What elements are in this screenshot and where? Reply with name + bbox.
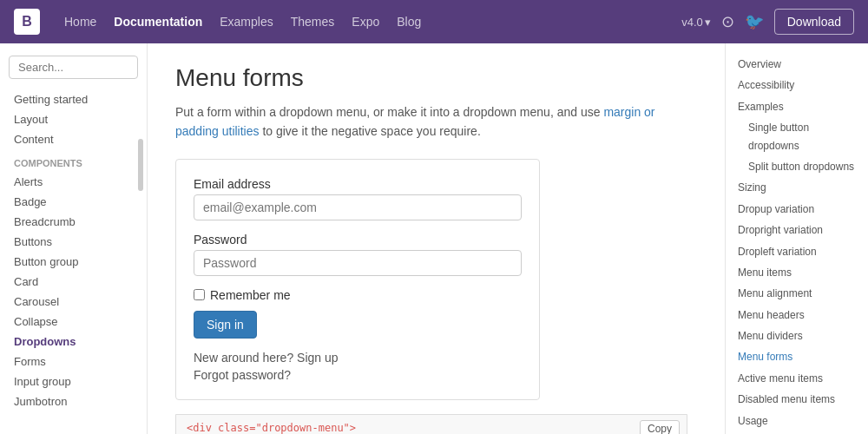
email-form-group: Email address [194, 177, 522, 220]
sidebar-item-badge[interactable]: Badge [0, 192, 147, 212]
right-sidebar-accessibility[interactable]: Accessibility [738, 75, 856, 95]
components-section-title: Components [0, 155, 147, 172]
email-input[interactable] [194, 194, 522, 220]
sidebar-item-getting-started[interactable]: Getting started [0, 89, 147, 109]
remember-me-checkbox[interactable] [194, 289, 205, 300]
form-links: New around here? Sign up Forgot password… [194, 351, 522, 382]
download-button[interactable]: Download [774, 9, 854, 35]
sign-in-button[interactable]: Sign in [194, 311, 257, 339]
main-layout: Getting started Layout Content Component… [0, 43, 868, 434]
scroll-indicator [138, 139, 143, 191]
sidebar-item-input-group[interactable]: Input group [0, 372, 147, 391]
sidebar-item-buttons[interactable]: Buttons [0, 232, 147, 252]
nav-blog[interactable]: Blog [397, 11, 421, 32]
version-dropdown[interactable]: v4.0 ▾ [681, 16, 711, 29]
right-sidebar-menu-forms[interactable]: Menu forms [738, 346, 856, 367]
right-sidebar-menu-items[interactable]: Menu items [738, 262, 856, 283]
sidebar-item-card[interactable]: Card [0, 272, 147, 292]
right-sidebar-dropup[interactable]: Dropup variation [738, 199, 856, 220]
sidebar-item-content[interactable]: Content [0, 129, 147, 149]
sidebar-item-button-group[interactable]: Button group [0, 252, 147, 272]
sidebar-item-alerts[interactable]: Alerts [0, 172, 147, 192]
right-sidebar-dropleft[interactable]: Dropleft variation [738, 241, 856, 262]
search-input[interactable] [9, 56, 138, 79]
left-sidebar: Getting started Layout Content Component… [0, 43, 148, 434]
sidebar-item-forms[interactable]: Forms [0, 352, 147, 372]
right-sidebar-disabled-items[interactable]: Disabled menu items [738, 389, 856, 410]
demo-box: Email address Password Remember me Sign … [175, 159, 540, 400]
right-sidebar-menu-headers[interactable]: Menu headers [738, 305, 856, 326]
nav-expo[interactable]: Expo [352, 11, 379, 32]
sign-up-link[interactable]: New around here? Sign up [194, 351, 522, 365]
nav-themes[interactable]: Themes [291, 11, 335, 32]
github-icon[interactable]: ⊙ [721, 12, 734, 31]
content-area: Menu forms Put a form within a dropdown … [148, 43, 725, 434]
email-label: Email address [194, 177, 522, 191]
right-sidebar-split-btn[interactable]: Split button dropdowns [738, 156, 856, 177]
right-sidebar-dropright[interactable]: Dropright variation [738, 220, 856, 240]
forgot-password-link[interactable]: Forgot password? [194, 368, 522, 382]
right-sidebar-overview[interactable]: Overview [738, 54, 856, 75]
code-preview: <div class="dropdown-menu"> Copy [175, 414, 687, 434]
sidebar-item-layout[interactable]: Layout [0, 109, 147, 129]
sidebar-item-breadcrumb[interactable]: Breadcrumb [0, 212, 147, 232]
sidebar-item-carousel[interactable]: Carousel [0, 292, 147, 312]
sidebar-item-collapse[interactable]: Collapse [0, 312, 147, 332]
right-sidebar-menu-dividers[interactable]: Menu dividers [738, 326, 856, 346]
right-sidebar-single-btn[interactable]: Single button dropdowns [738, 117, 856, 156]
nav-examples[interactable]: Examples [220, 11, 273, 32]
password-input[interactable] [194, 250, 522, 276]
sidebar-item-dropdowns[interactable]: Dropdowns [0, 332, 147, 352]
remember-me-label[interactable]: Remember me [194, 288, 522, 302]
right-sidebar-sizing[interactable]: Sizing [738, 177, 856, 198]
right-sidebar: Overview Accessibility Examples Single b… [725, 43, 868, 434]
right-sidebar-active-items[interactable]: Active menu items [738, 368, 856, 389]
nav-documentation[interactable]: Documentation [114, 11, 202, 32]
right-sidebar-usage[interactable]: Usage [738, 411, 856, 431]
sidebar-item-jumbotron[interactable]: Jumbotron [0, 391, 147, 411]
password-form-group: Password [194, 233, 522, 276]
right-sidebar-examples[interactable]: Examples [738, 96, 856, 117]
nav-home[interactable]: Home [64, 11, 96, 32]
brand-logo[interactable]: B [14, 9, 40, 35]
page-description: Put a form within a dropdown menu, or ma… [175, 102, 697, 141]
password-label: Password [194, 233, 522, 247]
copy-button[interactable]: Copy [640, 420, 680, 434]
navbar: B Home Documentation Examples Themes Exp… [0, 0, 868, 43]
navbar-right: v4.0 ▾ ⊙ 🐦 Download [681, 9, 854, 35]
right-sidebar-menu-alignment[interactable]: Menu alignment [738, 283, 856, 304]
twitter-icon[interactable]: 🐦 [745, 12, 764, 31]
page-title: Menu forms [175, 64, 697, 92]
